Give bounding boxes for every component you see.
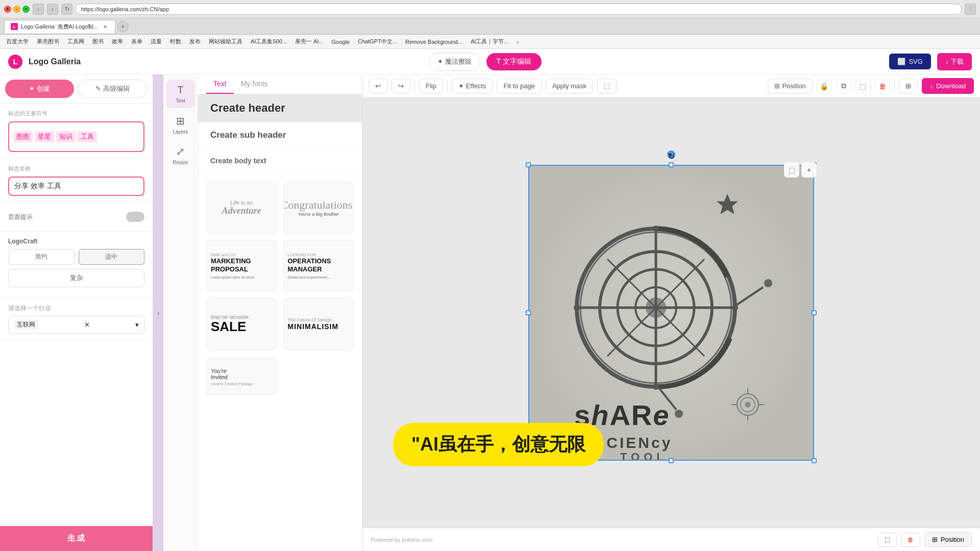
redo-button[interactable]: ↪ bbox=[391, 79, 410, 93]
maximize-btn[interactable]: + bbox=[22, 6, 30, 13]
magic-erase-button[interactable]: ✦ 魔法擦除 bbox=[429, 53, 480, 71]
industry-select[interactable]: 互联网 ✕ ▾ bbox=[8, 316, 144, 334]
active-tab[interactable]: L Logo Galleria: 免费AI Logo制... ✕ bbox=[4, 20, 115, 33]
template-minimalism-img: The Future Of Design MINIMALISIM bbox=[284, 298, 354, 349]
text-edit-button[interactable]: T 文字编辑 bbox=[486, 53, 542, 70]
bookmark-14[interactable]: ChatGPT中文... bbox=[356, 37, 399, 46]
handle-right-mid[interactable] bbox=[812, 310, 817, 315]
more-btn[interactable]: ⋮ bbox=[965, 4, 976, 15]
bookmark-9[interactable]: 发布 bbox=[187, 37, 203, 46]
bookmark-1[interactable]: 百度大学 bbox=[4, 37, 31, 46]
industry-close-icon[interactable]: ✕ bbox=[84, 321, 90, 329]
handle-bottom-mid[interactable] bbox=[669, 458, 674, 463]
canvas-element[interactable]: ↻ bbox=[528, 165, 814, 461]
download-canvas-button[interactable]: ↓ Download bbox=[922, 78, 974, 94]
template-invite[interactable]: You'reInvited Content Creation Package bbox=[206, 358, 277, 395]
svg-text:TOOL: TOOL bbox=[620, 450, 668, 461]
handle-top-mid[interactable] bbox=[669, 162, 674, 167]
bookmark-2[interactable]: 果壳图书 bbox=[35, 37, 61, 46]
duplicate-button[interactable]: ⧉ bbox=[836, 79, 851, 94]
template-marketing[interactable]: MMK and CO MARKETINGPROPOSAL Lorem ipsum… bbox=[206, 240, 277, 292]
position-toolbar-button[interactable]: ⊞ Position bbox=[768, 79, 812, 93]
effects-button[interactable]: ✦ Effects bbox=[452, 79, 493, 93]
template-minimalism[interactable]: The Future Of Design MINIMALISIM bbox=[283, 298, 354, 350]
bookmark-12[interactable]: 果壳一 AI... bbox=[293, 37, 326, 46]
advanced-edit-button[interactable]: ✎ 高级编辑 bbox=[78, 80, 148, 98]
svg-point-18 bbox=[764, 279, 772, 287]
apply-mask-button[interactable]: Apply mask bbox=[546, 79, 593, 93]
create-body-option[interactable]: Create body text bbox=[198, 148, 362, 173]
bookmark-10[interactable]: 网站辅助工具 bbox=[207, 37, 244, 46]
add-canvas-button[interactable]: ⊞ bbox=[899, 79, 918, 93]
address-bar[interactable]: https://logo.galleria.com/zh-CN/app bbox=[76, 4, 962, 15]
logocraft-section: LogoCraft 简约 适中 复杂 bbox=[0, 232, 153, 298]
canvas-delete-button[interactable]: 🗑 bbox=[901, 533, 920, 547]
bookmark-7[interactable]: 流量 bbox=[149, 37, 164, 46]
rotate-handle[interactable]: ↻ bbox=[667, 151, 675, 159]
text-tool-icon[interactable]: T Text bbox=[166, 80, 195, 108]
bookmark-6[interactable]: 表单 bbox=[129, 37, 144, 46]
tab-label: Logo Galleria: 免费AI Logo制... bbox=[21, 23, 99, 31]
crop-button[interactable]: ⬚ bbox=[597, 79, 617, 93]
create-header-text: Create header bbox=[210, 102, 285, 114]
svg-point-20 bbox=[675, 410, 683, 418]
symbol-input[interactable]: 图图 星星 知识 工具 bbox=[8, 121, 144, 152]
symbol-section: 标志的主要符号 图图 星星 知识 工具 bbox=[0, 104, 153, 159]
create-subheader-option[interactable]: Create sub header bbox=[198, 122, 362, 148]
resize-tool-icon[interactable]: ⤢ Resize bbox=[166, 141, 195, 169]
bookmark-5[interactable]: 效率 bbox=[110, 37, 125, 46]
text-tool-label: Text bbox=[176, 98, 185, 104]
layers-tool-icon[interactable]: ⊞ Layers bbox=[166, 110, 195, 139]
generate-button[interactable]: 生成 bbox=[0, 526, 153, 551]
minimize-btn[interactable]: − bbox=[13, 6, 20, 13]
refresh-btn[interactable]: ↻ bbox=[61, 4, 72, 15]
template-adventure[interactable]: Life is an Adventure bbox=[206, 182, 277, 234]
style-simple-btn[interactable]: 简约 bbox=[8, 249, 75, 265]
create-button[interactable]: ✦ 创建 bbox=[5, 80, 74, 98]
bookmark-16[interactable]: AI工具｜字节... bbox=[469, 37, 511, 46]
forward-btn[interactable]: › bbox=[47, 4, 58, 15]
bookmark-11[interactable]: AI工具集500... bbox=[249, 37, 289, 46]
delete-button[interactable]: 🗑 bbox=[875, 79, 890, 94]
canvas-copy-button[interactable]: ⬚ bbox=[878, 533, 897, 547]
handle-top-left[interactable] bbox=[526, 162, 531, 167]
bookmark-3[interactable]: 工具网 bbox=[65, 37, 86, 46]
lock-button[interactable]: 🔒 bbox=[817, 79, 832, 94]
canvas-frame-button[interactable]: ⬚ bbox=[784, 162, 799, 178]
back-btn[interactable]: ‹ bbox=[33, 4, 44, 15]
flip-button[interactable]: Flip bbox=[419, 79, 443, 93]
left-sidebar: ✦ 创建 ✎ 高级编辑 标志的主要符号 图图 星星 知识 工具 标志名称 分享 … bbox=[0, 74, 153, 551]
bookmark-15[interactable]: Remove Background... bbox=[403, 38, 464, 46]
bookmark-8[interactable]: 时数 bbox=[168, 37, 183, 46]
fit-to-page-button[interactable]: Fit to page bbox=[497, 79, 541, 93]
copy-button[interactable]: ⬚ bbox=[855, 79, 871, 94]
style-medium-btn[interactable]: 适中 bbox=[79, 249, 145, 265]
close-btn[interactable]: ✕ bbox=[4, 6, 11, 13]
svg-export-button[interactable]: ⬜ SVG bbox=[889, 54, 930, 69]
create-header-option[interactable]: Create header bbox=[198, 94, 362, 122]
industry-dropdown-icon[interactable]: ▾ bbox=[135, 321, 139, 329]
new-tab-btn[interactable]: + bbox=[117, 21, 129, 32]
powered-by-text: Powered by polotno.com bbox=[371, 537, 432, 543]
name-input[interactable]: 分享 效率 工具 bbox=[8, 177, 144, 196]
text-tab-myfonts[interactable]: My fonts bbox=[234, 74, 275, 94]
page-hint-toggle[interactable] bbox=[126, 212, 144, 222]
handle-left-mid[interactable] bbox=[526, 310, 531, 315]
bookmark-13[interactable]: Google bbox=[330, 38, 352, 46]
bookmark-4[interactable]: 图书 bbox=[90, 37, 106, 46]
template-operations[interactable]: LOOKING FOR OPERATIONSMANAGER Details an… bbox=[283, 240, 354, 292]
tab-close-icon[interactable]: ✕ bbox=[102, 23, 109, 30]
position-bottom-button[interactable]: ⊞ Position bbox=[924, 532, 972, 547]
template-congrats[interactable]: Congratulations! You're a Big Brother bbox=[283, 182, 354, 234]
handle-bottom-right[interactable] bbox=[812, 458, 817, 463]
collapse-sidebar-button[interactable]: › bbox=[153, 74, 163, 551]
template-sale[interactable]: END OF SEASON SALE bbox=[206, 298, 277, 350]
bookmark-more[interactable]: › bbox=[515, 38, 521, 46]
style-complex-btn[interactable]: 复杂 bbox=[8, 269, 144, 287]
canvas-add-button[interactable]: + bbox=[801, 162, 817, 178]
symbol-tag-2: 星星 bbox=[35, 131, 54, 142]
text-tab-text[interactable]: Text bbox=[206, 74, 234, 94]
undo-button[interactable]: ↩ bbox=[369, 79, 387, 93]
canvas-inner: shARe EFFIICIENcy TOOL bbox=[528, 165, 814, 461]
download-button[interactable]: ↓ 下载 bbox=[937, 53, 972, 70]
